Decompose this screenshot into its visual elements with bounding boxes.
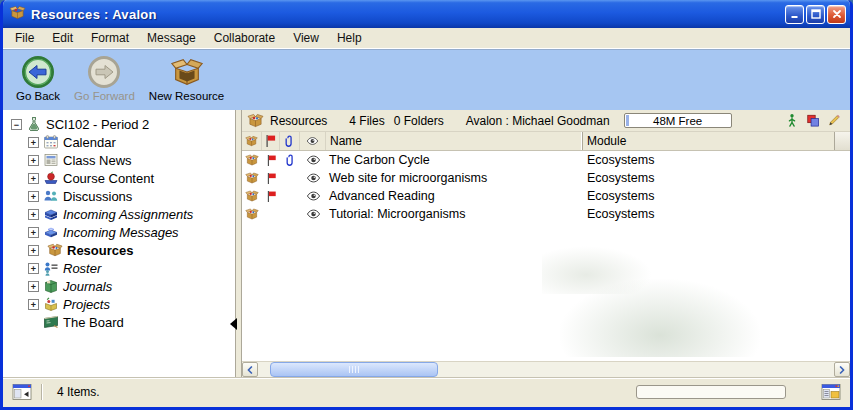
expand-toggle[interactable]: + [28, 281, 39, 292]
row-visibility-cell [300, 155, 326, 165]
tree-item-label: Class News [63, 153, 132, 168]
app-package-icon [9, 5, 26, 24]
resource-row[interactable]: Tutorial: MicroorganismsEcosystems [242, 205, 850, 223]
eye-icon [306, 173, 321, 183]
status-bar: 4 Items. [3, 377, 850, 406]
toolbar: Go BackGo ForwardNew Resource [3, 49, 850, 110]
scroll-right-button[interactable] [834, 362, 850, 377]
resource-row[interactable]: Advanced ReadingEcosystems [242, 187, 850, 205]
tree-item-resources[interactable]: +Resources [3, 241, 235, 259]
new-resource-button[interactable]: New Resource [142, 55, 231, 102]
row-type-cell [242, 171, 262, 185]
go-back-icon [21, 55, 55, 89]
header-corner-button[interactable] [834, 132, 850, 150]
projects-icon [43, 296, 59, 312]
folder-count: 0 Folders [394, 114, 444, 128]
package-icon [245, 207, 259, 221]
tree-item-label: SCI102 - Period 2 [46, 117, 149, 132]
minimize-button[interactable] [785, 5, 804, 24]
menu-message[interactable]: Message [138, 29, 205, 47]
free-space-label: 48M Free [653, 115, 702, 127]
horizontal-scrollbar[interactable] [242, 361, 850, 377]
tree-item-incoming-assignments[interactable]: +Incoming Assignments [3, 205, 235, 223]
tree-item-incoming-messages[interactable]: +Incoming Messages [3, 223, 235, 241]
header-package-column[interactable] [242, 132, 262, 150]
tree-item-sci102-period-2[interactable]: −SCI102 - Period 2 [3, 115, 235, 133]
go-back-button[interactable]: Go Back [9, 55, 67, 102]
menu-format[interactable]: Format [82, 29, 138, 47]
resource-row[interactable]: Web site for microorganismsEcosystems [242, 169, 850, 187]
status-divider [41, 384, 42, 400]
expand-toggle[interactable]: + [28, 155, 39, 166]
window-controls [785, 5, 846, 24]
menu-view[interactable]: View [284, 29, 328, 47]
list-info-bar: Resources 4 Files 0 Folders Avalon : Mic… [242, 110, 850, 132]
expand-toggle[interactable]: + [28, 137, 39, 148]
flag-icon [266, 190, 277, 203]
layout-view-icon[interactable] [821, 383, 841, 401]
tree-item-projects[interactable]: +Projects [3, 295, 235, 313]
collapse-arrow-icon[interactable] [230, 318, 237, 330]
storage-free-indicator: 48M Free [624, 113, 732, 128]
tree-item-roster[interactable]: +Roster [3, 259, 235, 277]
tree-item-class-news[interactable]: +Class News [3, 151, 235, 169]
menu-file[interactable]: File [6, 29, 43, 47]
expand-toggle[interactable]: + [28, 245, 39, 256]
tree-item-label: Roster [63, 261, 101, 276]
resource-panel: Resources 4 Files 0 Folders Avalon : Mic… [242, 110, 850, 377]
resource-module: Ecosystems [582, 153, 850, 167]
paperclip-icon [286, 153, 295, 167]
scroll-left-button[interactable] [242, 362, 258, 377]
pencil-icon[interactable] [827, 113, 841, 128]
header-name-column[interactable]: Name [326, 132, 582, 150]
calendar-icon [43, 134, 59, 150]
news-icon [43, 152, 59, 168]
tree-item-discussions[interactable]: +Discussions [3, 187, 235, 205]
tree-item-course-content[interactable]: +Course Content [3, 169, 235, 187]
header-paperclip-column[interactable] [280, 132, 300, 150]
menu-collaborate[interactable]: Collaborate [205, 29, 284, 47]
journals-icon [43, 278, 59, 294]
header-module-column[interactable]: Module [582, 132, 834, 150]
expand-toggle[interactable]: + [28, 227, 39, 238]
expand-toggle[interactable]: + [28, 173, 39, 184]
flag-icon [266, 172, 277, 185]
close-button[interactable] [827, 5, 846, 24]
package-icon [245, 189, 259, 203]
tree-item-label: Resources [67, 243, 133, 258]
panel-view-icon[interactable] [12, 383, 32, 401]
person-icon[interactable] [785, 113, 799, 128]
row-type-cell [242, 207, 262, 221]
layers-icon[interactable] [806, 113, 820, 128]
course-content-icon [43, 170, 59, 186]
row-type-cell [242, 189, 262, 203]
go-forward-button[interactable]: Go Forward [67, 55, 142, 102]
messages-icon [43, 224, 59, 240]
flask-icon [26, 116, 42, 132]
scrollbar-track[interactable] [258, 362, 834, 377]
resource-row[interactable]: The Carbon CycleEcosystems [242, 151, 850, 169]
tree-item-the-board[interactable]: +The Board [3, 313, 235, 331]
expand-toggle[interactable]: + [28, 299, 39, 310]
panel-splitter[interactable] [235, 110, 242, 377]
header-eye-column[interactable] [300, 132, 326, 150]
watermark-image [542, 246, 652, 294]
maximize-button[interactable] [806, 5, 825, 24]
flag-icon [264, 134, 277, 148]
resource-module: Ecosystems [582, 207, 850, 221]
tree-item-calendar[interactable]: +Calendar [3, 133, 235, 151]
row-flag-cell [262, 154, 280, 167]
resource-module: Ecosystems [582, 171, 850, 185]
scrollbar-thumb[interactable] [270, 362, 438, 377]
row-flag-cell [262, 172, 280, 185]
header-flag-column[interactable] [262, 132, 280, 150]
title-bar[interactable]: Resources : Avalon [3, 0, 850, 28]
expand-toggle[interactable]: + [28, 209, 39, 220]
menu-edit[interactable]: Edit [43, 29, 82, 47]
row-attachment-cell [280, 153, 300, 167]
expand-toggle[interactable]: + [28, 191, 39, 202]
menu-help[interactable]: Help [328, 29, 371, 47]
expand-toggle[interactable]: + [28, 263, 39, 274]
tree-item-journals[interactable]: +Journals [3, 277, 235, 295]
collapse-toggle[interactable]: − [11, 119, 22, 130]
